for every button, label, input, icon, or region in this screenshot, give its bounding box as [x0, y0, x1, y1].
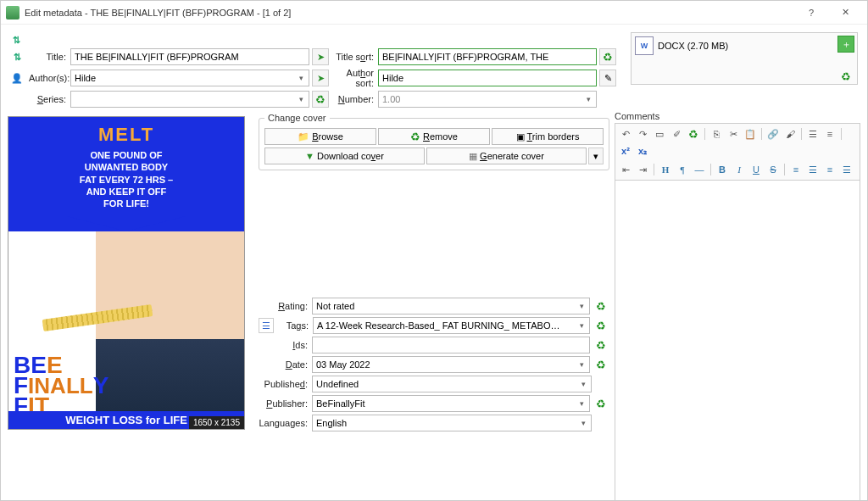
superscript-icon[interactable]: x²	[618, 143, 633, 159]
list-ul-icon[interactable]: ☰	[805, 126, 821, 142]
tags-label: Tags:	[276, 320, 310, 331]
help-button[interactable]: ?	[794, 1, 828, 25]
number-label: Number:	[331, 94, 376, 104]
download-icon: ▼	[305, 151, 314, 161]
comments-toolbar: ↶ ↷ ▭ ✐ ♻ ⎘ ✂ 📋 🔗 🖌 ☰ ≡ x² x₂ ⇤	[615, 123, 860, 180]
remove-cover-button[interactable]: ♻Remove	[378, 128, 490, 145]
ids-label: Ids:	[259, 340, 309, 350]
color-icon[interactable]: 🖌	[782, 126, 798, 142]
clear-series-button[interactable]: ♻	[312, 91, 329, 108]
list-ol-icon[interactable]: ≡	[822, 126, 837, 142]
trim-icon: ▣	[516, 131, 525, 142]
format-text[interactable]: DOCX (2.70 MB)	[658, 41, 728, 51]
formats-box: W DOCX (2.70 MB) ＋ ♻	[631, 32, 858, 85]
date-label: Date:	[259, 359, 309, 370]
generate-icon: ▦	[469, 151, 477, 162]
publisher-input[interactable]: BeFinallyFit	[312, 395, 590, 412]
authors-label: Author(s):	[29, 73, 68, 83]
date-input[interactable]: 03 May 2022	[312, 356, 590, 373]
align-left-icon[interactable]: ≡	[788, 162, 804, 177]
docx-icon: W	[635, 36, 654, 55]
generate-cover-menu[interactable]: ▾	[588, 148, 604, 164]
author-sort-label: Author sort:	[331, 68, 376, 88]
title-case-button[interactable]: ➤	[312, 48, 329, 65]
title-label: Title:	[29, 52, 68, 62]
comments-editor[interactable]	[615, 180, 860, 501]
indent-left-icon[interactable]: ⇤	[618, 162, 633, 177]
change-cover-legend: Change cover	[264, 111, 330, 125]
series-input[interactable]	[70, 91, 309, 108]
cover-melt: MELT	[14, 124, 239, 146]
clear-date-button[interactable]: ♻	[593, 356, 609, 373]
authors-input[interactable]: Hilde	[70, 70, 309, 86]
add-format-button[interactable]: ＋	[837, 36, 854, 53]
strike-icon[interactable]: S	[765, 162, 781, 177]
align-justify-icon[interactable]: ☰	[839, 162, 854, 177]
publisher-label: Publisher:	[259, 398, 309, 409]
heading-icon[interactable]: H	[658, 162, 673, 177]
series-label: Series:	[29, 94, 68, 104]
clear-tags-button[interactable]: ♻	[593, 317, 609, 334]
indent-right-icon[interactable]: ⇥	[635, 162, 650, 177]
remove-format-icon[interactable]: ✐	[669, 126, 684, 142]
select-all-icon[interactable]: ▭	[652, 126, 667, 142]
paste-icon[interactable]: 📋	[743, 126, 758, 142]
languages-input[interactable]: English	[312, 415, 592, 431]
titlebar: Edit metadata - THE BE|FINALLY|FIT (BFF)…	[1, 1, 867, 25]
rating-label: Rating:	[259, 301, 309, 311]
authors-icon: 👤	[8, 70, 26, 86]
published-label: Published:	[259, 379, 309, 389]
paragraph-icon[interactable]: ¶	[675, 162, 690, 177]
series-number-input[interactable]: 1.00	[378, 91, 597, 108]
clear-icon[interactable]: ♻	[686, 126, 701, 142]
tags-editor-icon[interactable]: ☰	[259, 318, 274, 333]
rating-input[interactable]: Not rated	[312, 298, 590, 315]
tags-input[interactable]: A 12-Week Research-Based_ FAT BURNING_ M…	[313, 317, 590, 334]
window-title: Edit metadata - THE BE|FINALLY|FIT (BFF)…	[25, 8, 794, 18]
folder-icon: 📁	[298, 131, 309, 142]
author-sort-auto-button[interactable]: ➤	[312, 70, 329, 86]
ids-input[interactable]	[312, 337, 590, 353]
undo-icon[interactable]: ↶	[618, 126, 633, 142]
languages-label: Languages:	[259, 418, 309, 428]
underline-icon[interactable]: U	[748, 162, 764, 177]
italic-icon[interactable]: I	[732, 162, 747, 177]
published-input[interactable]: Undefined	[312, 376, 592, 392]
author-sort-input[interactable]	[378, 70, 597, 86]
swap-title-author-icon[interactable]: ⇅	[8, 31, 25, 48]
clear-ids-button[interactable]: ♻	[593, 337, 609, 353]
subscript-icon[interactable]: x₂	[635, 143, 650, 159]
cut-icon[interactable]: ✂	[726, 126, 741, 142]
swap-title-author-button[interactable]: ⇅	[8, 48, 26, 65]
copy-icon[interactable]: ⎘	[709, 126, 724, 142]
cover-image[interactable]: MELT ONE POUND OF UNWANTED BODY FAT EVER…	[8, 116, 245, 430]
link-icon[interactable]: 🔗	[765, 126, 781, 142]
edit-authors-button[interactable]: ✎	[599, 70, 616, 86]
align-center-icon[interactable]: ☰	[805, 162, 821, 177]
cover-dimensions: 1650 x 2135	[189, 416, 244, 429]
recycle-icon: ♻	[410, 131, 420, 143]
clear-rating-button[interactable]: ♻	[593, 298, 609, 315]
generate-cover-button[interactable]: ▦Generate cover	[426, 148, 587, 164]
clear-publisher-button[interactable]: ♻	[593, 395, 609, 412]
trim-borders-button[interactable]: ▣Trim borders	[492, 128, 604, 145]
hr-icon[interactable]: —	[692, 162, 707, 177]
remove-format-button[interactable]: ♻	[837, 68, 854, 85]
comments-label: Comments	[615, 111, 860, 121]
auto-title-sort-button[interactable]: ♻	[599, 48, 616, 65]
browse-cover-button[interactable]: 📁Browse	[264, 128, 376, 145]
title-sort-label: Title sort:	[331, 52, 376, 62]
download-cover-button[interactable]: ▼Download cover	[264, 148, 425, 164]
title-sort-input[interactable]	[378, 48, 597, 65]
align-right-icon[interactable]: ≡	[822, 162, 837, 177]
bold-icon[interactable]: B	[715, 162, 730, 177]
title-input[interactable]	[70, 48, 309, 65]
app-icon	[6, 6, 19, 19]
close-window-button[interactable]: ✕	[828, 1, 862, 25]
redo-icon[interactable]: ↷	[635, 126, 650, 142]
